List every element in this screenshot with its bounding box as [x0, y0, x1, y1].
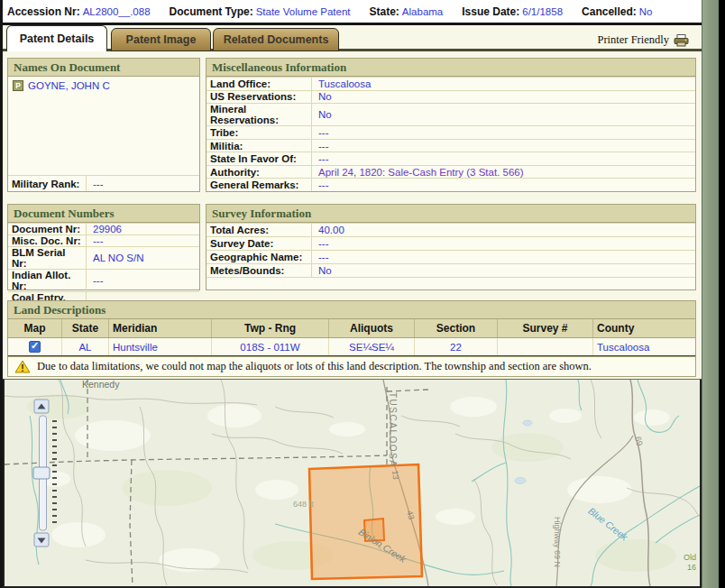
- misc-doc-nr-label: Misc. Doc. Nr:: [8, 235, 87, 246]
- tribe-label: Tribe:: [206, 126, 312, 139]
- authority-value[interactable]: April 24, 1820: Sale-Cash Entry (3 Stat.…: [312, 167, 530, 178]
- row-tribe: Tribe: ---: [206, 125, 695, 139]
- doctype-value: State Volume Patent: [256, 6, 351, 17]
- doctype-label: Document Type:: [170, 5, 253, 18]
- map-checkbox[interactable]: [29, 341, 41, 353]
- state-in-favor-label: State In Favor Of:: [206, 152, 312, 165]
- metes-bounds-value: No: [312, 265, 338, 276]
- row-document-nr: Document Nr: 29906: [8, 223, 199, 234]
- row-metes-bounds: Metes/Bounds: No: [206, 263, 695, 277]
- docnums-panel-title: Document Numbers: [8, 205, 199, 223]
- survey-information-panel: Survey Information Total Acres: 40.00 Su…: [206, 204, 696, 290]
- patent-details-page: Accession Nr: AL2800__.088 Document Type…: [0, 0, 702, 588]
- cancelled-field: Cancelled: No: [582, 5, 652, 18]
- tab-bar: Patent Details Patent Image Related Docu…: [3, 28, 702, 51]
- printer-icon: [674, 34, 689, 47]
- land-descriptions-panel: Land Descriptions Map State Meridian Twp…: [7, 300, 696, 357]
- glo-records-window: Accession Nr: AL2800__.088 Document Type…: [0, 0, 725, 588]
- misc-panel-title: Miscellaneous Information: [206, 59, 695, 77]
- scrollbar-strip[interactable]: [702, 0, 719, 588]
- tab-related-documents[interactable]: Related Documents: [213, 28, 339, 51]
- cell-section: 22: [415, 338, 498, 355]
- total-acres-label: Total Acres:: [206, 224, 312, 236]
- document-nr-label: Document Nr:: [8, 224, 87, 234]
- document-nr-value: 29906: [87, 224, 128, 234]
- col-aliquots: Aliquots: [329, 319, 415, 337]
- issue-date-field: Issue Date: 6/1/1858: [462, 5, 563, 18]
- survey-panel-title: Survey Information: [206, 205, 695, 223]
- military-rank-label: Military Rank:: [8, 176, 87, 191]
- general-remarks-label: General Remarks:: [206, 179, 312, 191]
- map-canvas[interactable]: Kennedy TUSCALOOSA 69 648 ft Binion Cree…: [5, 380, 700, 586]
- row-us-reservations: US Reservations: No: [206, 90, 695, 104]
- survey-date-label: Survey Date:: [206, 237, 312, 250]
- label-elevation: 648 ft: [293, 500, 314, 509]
- mineral-reservations-value: No: [312, 109, 338, 120]
- state-in-favor-value: ---: [312, 153, 335, 164]
- blm-serial-nr-value: AL NO S/N: [87, 253, 150, 263]
- cell-meridian[interactable]: Huntsville: [109, 338, 212, 355]
- cell-survey-num: [498, 338, 593, 355]
- issue-date-value: 6/1/1858: [522, 6, 563, 17]
- names-on-document-panel: Names On Document P GOYNE, JOHN C Milita…: [7, 58, 200, 192]
- map-warning-bar: ! Due to data limitations, we could not …: [7, 356, 696, 377]
- tab-patent-details[interactable]: Patent Details: [6, 25, 107, 51]
- row-mineral-reservations: Mineral Reservations: No: [206, 103, 695, 125]
- militia-value: ---: [312, 141, 335, 152]
- us-reservations-label: US Reservations:: [206, 91, 312, 104]
- indian-allot-nr-value: ---: [87, 275, 110, 286]
- township-overlay[interactable]: [309, 464, 422, 579]
- survey-date-value: ---: [312, 238, 335, 249]
- row-authority: Authority: April 24, 1820: Sale-Cash Ent…: [206, 165, 695, 179]
- patentee-row: P GOYNE, JOHN C: [8, 77, 199, 95]
- land-panel-title: Land Descriptions: [8, 301, 695, 319]
- patentee-link[interactable]: GOYNE, JOHN C: [28, 80, 110, 91]
- row-state-in-favor: State In Favor Of: ---: [206, 152, 695, 165]
- accession-value: AL2800__.088: [83, 6, 151, 17]
- accession-label: Accession Nr:: [7, 5, 80, 18]
- row-general-remarks: General Remarks: ---: [206, 178, 695, 191]
- row-misc-doc-nr: Misc. Doc. Nr: ---: [8, 234, 199, 246]
- row-total-acres: Total Acres: 40.00: [206, 223, 695, 236]
- tribe-value: ---: [312, 127, 335, 138]
- cell-aliquots: SE¼SE¼: [329, 338, 415, 355]
- document-header: Accession Nr: AL2800__.088 Document Type…: [3, 0, 702, 25]
- row-geographic-name: Geographic Name: ---: [206, 250, 695, 263]
- col-section: Section: [415, 319, 498, 337]
- military-rank-value: ---: [87, 179, 110, 189]
- tab-patent-image[interactable]: Patent Image: [111, 28, 211, 51]
- mineral-reservations-label: Mineral Reservations:: [206, 104, 312, 125]
- accession-field: Accession Nr: AL2800__.088: [7, 5, 151, 18]
- blm-serial-nr-label: BLM Serial Nr:: [8, 247, 87, 269]
- col-county: County: [593, 319, 695, 337]
- doctype-field: Document Type: State Volume Patent: [170, 5, 351, 18]
- total-acres-value: 40.00: [312, 225, 351, 235]
- col-state: State: [62, 319, 109, 337]
- us-reservations-value: No: [312, 91, 338, 102]
- row-indian-allot-nr: Indian Allot. Nr: ---: [8, 269, 199, 291]
- printer-friendly-label: Printer Friendly: [597, 33, 669, 47]
- land-table-row: AL Huntsville 018S - 011W SE¼SE¼ 22 Tusc…: [8, 338, 695, 355]
- militia-label: Militia:: [206, 140, 312, 152]
- misc-doc-nr-value: ---: [87, 235, 110, 246]
- land-office-value: Tuscaloosa: [312, 78, 377, 89]
- indian-allot-nr-label: Indian Allot. Nr:: [8, 270, 87, 291]
- document-numbers-panel: Document Numbers Document Nr: 29906 Misc…: [7, 204, 200, 290]
- misc-information-panel: Miscellaneous Information Land Office: T…: [206, 58, 696, 192]
- geographic-name-value: ---: [312, 252, 335, 262]
- state-field: State: Alabama: [370, 5, 444, 18]
- printer-friendly-button[interactable]: Printer Friendly: [597, 33, 689, 47]
- cancelled-value: No: [639, 6, 653, 17]
- label-old-route: Old: [684, 553, 696, 562]
- land-description-map[interactable]: Kennedy TUSCALOOSA 69 648 ft Binion Cree…: [3, 379, 702, 588]
- label-route-13: 13: [390, 470, 400, 480]
- cancelled-label: Cancelled:: [582, 5, 637, 18]
- svg-text:!: !: [21, 363, 23, 373]
- label-old-route-16: 16: [687, 563, 696, 572]
- cell-county[interactable]: Tuscaloosa: [593, 338, 695, 355]
- cell-twp-rng: 018S - 011W: [212, 338, 329, 355]
- names-panel-title: Names On Document: [8, 59, 199, 77]
- row-militia: Militia: ---: [206, 139, 695, 152]
- col-meridian: Meridian: [109, 319, 212, 337]
- zoom-slider-handle[interactable]: [33, 467, 50, 479]
